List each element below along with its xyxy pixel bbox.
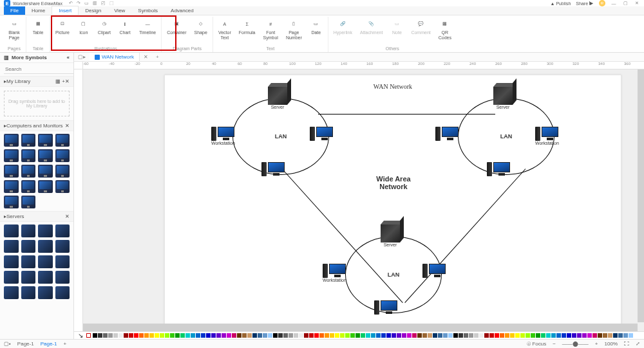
tab-design[interactable]: Design bbox=[79, 6, 108, 15]
shape-thumb[interactable] bbox=[21, 240, 36, 253]
color-swatch[interactable] bbox=[515, 333, 520, 338]
shape-thumb[interactable] bbox=[21, 286, 36, 299]
color-swatch[interactable] bbox=[438, 333, 442, 338]
attachment-button[interactable]: 📎Attachment bbox=[357, 17, 386, 42]
new-tab-icon[interactable]: + bbox=[152, 54, 163, 60]
color-swatch[interactable] bbox=[361, 333, 365, 338]
tab-view[interactable]: View bbox=[108, 6, 131, 15]
color-swatch[interactable] bbox=[206, 333, 211, 338]
color-swatch[interactable] bbox=[103, 333, 108, 338]
shape-thumb[interactable] bbox=[4, 224, 19, 237]
color-swatch[interactable] bbox=[371, 333, 375, 338]
shape-thumb[interactable] bbox=[38, 180, 53, 193]
color-swatch[interactable] bbox=[402, 333, 406, 338]
shape-thumb[interactable] bbox=[21, 224, 36, 237]
color-swatch[interactable] bbox=[510, 333, 515, 338]
color-swatch[interactable] bbox=[531, 333, 535, 338]
fit-page-icon[interactable]: ⛶ bbox=[624, 341, 629, 347]
color-swatch[interactable] bbox=[252, 333, 257, 338]
shape-thumb[interactable] bbox=[21, 180, 36, 193]
color-swatch[interactable] bbox=[232, 333, 236, 338]
library-dropzone[interactable]: Drag symbols here to add to My Library bbox=[4, 91, 70, 116]
server-node[interactable]: Server bbox=[493, 87, 513, 109]
zoom-slider[interactable]: ——⬤—— bbox=[562, 341, 589, 347]
color-swatch[interactable] bbox=[263, 333, 267, 338]
color-swatch[interactable] bbox=[479, 333, 484, 338]
scrollbar-vertical[interactable] bbox=[638, 69, 644, 322]
color-swatch[interactable] bbox=[495, 333, 499, 338]
color-swatch[interactable] bbox=[562, 333, 566, 338]
scrollbar-horizontal[interactable] bbox=[83, 324, 638, 331]
comment-button[interactable]: 💬Comment bbox=[408, 17, 433, 42]
shape-thumb[interactable] bbox=[4, 134, 19, 147]
shape-thumb[interactable] bbox=[55, 224, 70, 237]
vector-text-button[interactable]: AVectorText bbox=[215, 17, 234, 42]
color-swatch[interactable] bbox=[155, 333, 159, 338]
page-number-button[interactable]: ▯PageNumber bbox=[283, 17, 305, 42]
color-swatch[interactable] bbox=[350, 333, 355, 338]
color-swatch[interactable] bbox=[273, 333, 278, 338]
shape-thumb[interactable] bbox=[38, 286, 53, 299]
no-fill-icon[interactable] bbox=[86, 333, 91, 338]
tab-home[interactable]: Home bbox=[25, 6, 52, 15]
page-indicator-icon[interactable]: ▢▪ bbox=[4, 341, 11, 347]
color-swatch[interactable] bbox=[484, 333, 489, 338]
color-swatch[interactable] bbox=[165, 333, 169, 338]
color-swatch[interactable] bbox=[185, 333, 190, 338]
chart-button[interactable]: ⫿Chart bbox=[115, 17, 135, 37]
color-swatch[interactable] bbox=[526, 333, 530, 338]
color-swatch[interactable] bbox=[237, 333, 242, 338]
color-swatch[interactable] bbox=[464, 333, 468, 338]
color-swatch[interactable] bbox=[392, 333, 396, 338]
qat-icon[interactable]: ▭ bbox=[84, 1, 89, 6]
close-tab-icon[interactable]: ✕ bbox=[140, 54, 152, 60]
panel-toggle-icon[interactable]: ▢▸ bbox=[74, 54, 90, 60]
container-button[interactable]: ▣Container bbox=[164, 17, 189, 37]
color-swatch[interactable] bbox=[577, 333, 582, 338]
color-swatch[interactable] bbox=[397, 333, 401, 338]
color-swatch[interactable] bbox=[268, 333, 272, 338]
color-swatch[interactable] bbox=[376, 333, 381, 338]
shape-thumb[interactable] bbox=[55, 149, 70, 162]
color-swatch[interactable] bbox=[222, 333, 226, 338]
server-node[interactable]: Server bbox=[268, 87, 287, 109]
color-swatch[interactable] bbox=[407, 333, 412, 338]
shape-thumb[interactable] bbox=[55, 255, 70, 268]
color-swatch[interactable] bbox=[474, 333, 478, 338]
timeline-button[interactable]: —Timeline bbox=[136, 17, 159, 37]
color-swatch[interactable] bbox=[325, 333, 329, 338]
color-swatch[interactable] bbox=[551, 333, 556, 338]
color-swatch[interactable] bbox=[505, 333, 509, 338]
icon-button[interactable]: ▢Icon bbox=[74, 17, 93, 37]
shape-thumb[interactable] bbox=[55, 271, 70, 284]
avatar[interactable]: R bbox=[599, 0, 605, 6]
shape-button[interactable]: ◇Shape bbox=[191, 17, 211, 37]
servers-section[interactable]: ▸ Servers✕ bbox=[0, 211, 73, 222]
color-swatch[interactable] bbox=[201, 333, 205, 338]
search-input[interactable] bbox=[4, 65, 74, 74]
color-swatch[interactable] bbox=[592, 333, 597, 338]
workstation-node[interactable] bbox=[261, 162, 285, 176]
color-swatch[interactable] bbox=[180, 333, 185, 338]
color-swatch[interactable] bbox=[546, 333, 551, 338]
qat-icon[interactable]: ⬚ bbox=[109, 1, 114, 6]
shape-thumb[interactable] bbox=[4, 149, 19, 162]
shape-thumb[interactable] bbox=[21, 271, 36, 284]
color-swatch[interactable] bbox=[314, 333, 319, 338]
color-swatch[interactable] bbox=[108, 333, 113, 338]
color-swatch[interactable] bbox=[299, 333, 303, 338]
canvas-stage[interactable]: WAN Network LAN Server Workstation bbox=[74, 69, 644, 331]
color-swatch[interactable] bbox=[428, 333, 432, 338]
color-swatch[interactable] bbox=[345, 333, 350, 338]
color-swatch[interactable] bbox=[304, 333, 308, 338]
color-swatch[interactable] bbox=[422, 333, 427, 338]
color-swatch[interactable] bbox=[618, 333, 623, 338]
color-swatch[interactable] bbox=[113, 333, 118, 338]
date-button[interactable]: ▭Date bbox=[307, 17, 326, 42]
workstation-node[interactable]: Workstation bbox=[535, 127, 559, 145]
color-swatch[interactable] bbox=[283, 333, 288, 338]
color-swatch[interactable] bbox=[170, 333, 175, 338]
color-swatch[interactable] bbox=[489, 333, 494, 338]
shape-thumb[interactable] bbox=[55, 286, 70, 299]
color-swatch[interactable] bbox=[191, 333, 195, 338]
